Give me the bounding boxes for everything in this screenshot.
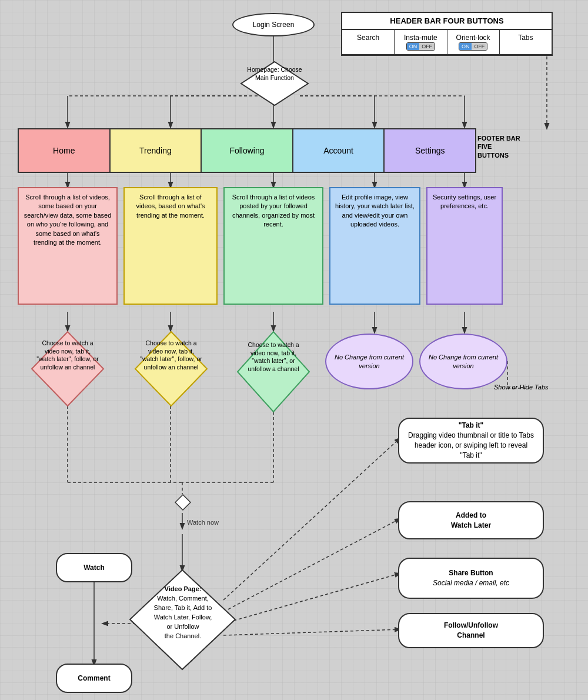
follow-unfollow-box[interactable]: Follow/UnfollowChannel	[398, 613, 544, 648]
tab-it-box[interactable]: "Tab it" Dragging video thumbnail or tit…	[398, 418, 544, 464]
svg-line-35	[223, 519, 400, 612]
nav-settings-button[interactable]: Settings	[385, 129, 475, 172]
video-page-diamond: Video Page:Watch, Comment,Share, Tab it,…	[128, 568, 237, 671]
share-box[interactable]: Share Button Social media / email, etc	[398, 558, 544, 599]
svg-line-37	[223, 629, 400, 635]
watch-now-diamond	[175, 494, 191, 511]
svg-text:Watch now: Watch now	[187, 519, 219, 526]
choose-home-label: Choose to watch a video now, tab it, "wa…	[36, 339, 99, 372]
login-screen: Login Screen	[232, 13, 315, 36]
desc-account: Edit profile image, view history, your w…	[329, 187, 420, 305]
toggle-off[interactable]: OFF	[419, 43, 435, 50]
homepage-diamond: Homepage: Choose Main Function	[240, 61, 309, 106]
header-bar-buttons: Search Insta-mute ON OFF Orient-lock ON …	[342, 30, 552, 55]
no-change-settings: No Change from current version	[419, 334, 507, 389]
toggle-on[interactable]: ON	[407, 43, 420, 50]
share-content: Share Button Social media / email, etc	[433, 568, 509, 588]
orient-lock-label: Orient-lock	[449, 34, 498, 42]
desc-following: Scroll through a list of videos posted b…	[223, 187, 323, 305]
follow-unfollow-label: Follow/UnfollowChannel	[444, 621, 498, 641]
watch-box[interactable]: Watch	[56, 553, 132, 582]
tab-it-desc: Dragging video thumbnail or title to Tab…	[408, 431, 534, 459]
insta-mute-button[interactable]: Insta-mute ON OFF	[395, 30, 447, 54]
homepage-label: Homepage: Choose Main Function	[246, 65, 303, 82]
choose-following-diamond: Choose to watch a video now, tab it, "wa…	[236, 331, 310, 413]
desc-settings: Security settings, user preferences, etc…	[426, 187, 503, 305]
no-change-account: No Change from current version	[325, 334, 413, 389]
svg-marker-43	[175, 495, 191, 510]
login-label: Login Screen	[253, 21, 295, 29]
nav-home-button[interactable]: Home	[19, 129, 111, 172]
comment-box[interactable]: Comment	[56, 664, 132, 693]
tab-it-title: "Tab it"	[459, 421, 484, 429]
tabs-button[interactable]: Tabs	[500, 30, 552, 54]
share-desc: Social media / email, etc	[433, 579, 509, 587]
watch-later-box[interactable]: Added toWatch Later	[398, 501, 544, 539]
insta-mute-toggle[interactable]: ON OFF	[406, 42, 436, 51]
nav-following-button[interactable]: Following	[202, 129, 293, 172]
insta-mute-label: Insta-mute	[396, 34, 445, 42]
nav-trending-button[interactable]: Trending	[111, 129, 202, 172]
footer-bar-label: FOOTER BAR FIVE BUTTONS	[477, 134, 524, 159]
comment-label: Comment	[78, 674, 110, 684]
nav-account-button[interactable]: Account	[293, 129, 385, 172]
choose-trending-label: Choose to watch a video now, tab it, "wa…	[140, 339, 202, 372]
svg-line-34	[223, 438, 400, 600]
video-page-label: Video Page:Watch, Comment,Share, Tab it,…	[143, 585, 223, 641]
choose-following-label: Choose to watch a video now, tab it, "wa…	[242, 341, 305, 374]
watch-label: Watch	[83, 563, 105, 573]
watch-later-label: Added toWatch Later	[451, 511, 491, 531]
show-hide-tabs-label: Show or Hide Tabs	[494, 382, 549, 392]
orient-lock-toggle[interactable]: ON OFF	[459, 42, 488, 51]
desc-trending: Scroll through a list of videos, based o…	[123, 187, 218, 305]
toggle-off-2[interactable]: OFF	[472, 43, 487, 50]
desc-home: Scroll through a list of videos, some ba…	[18, 187, 118, 305]
search-button[interactable]: Search	[342, 30, 395, 54]
nav-row: Home Trending Following Account Settings	[18, 128, 476, 173]
choose-home-diamond: Choose to watch a video now, tab it, "wa…	[31, 331, 105, 407]
header-bar-title: HEADER BAR FOUR BUTTONS	[342, 13, 552, 30]
orient-lock-button[interactable]: Orient-lock ON OFF	[447, 30, 500, 54]
tab-it-content: "Tab it" Dragging video thumbnail or tit…	[407, 421, 534, 460]
toggle-on-2[interactable]: ON	[459, 43, 472, 50]
share-title: Share Button	[449, 569, 493, 577]
choose-trending-diamond: Choose to watch a video now, tab it, "wa…	[134, 331, 208, 407]
header-bar-box: HEADER BAR FOUR BUTTONS Search Insta-mut…	[341, 12, 553, 56]
svg-line-36	[223, 574, 400, 624]
